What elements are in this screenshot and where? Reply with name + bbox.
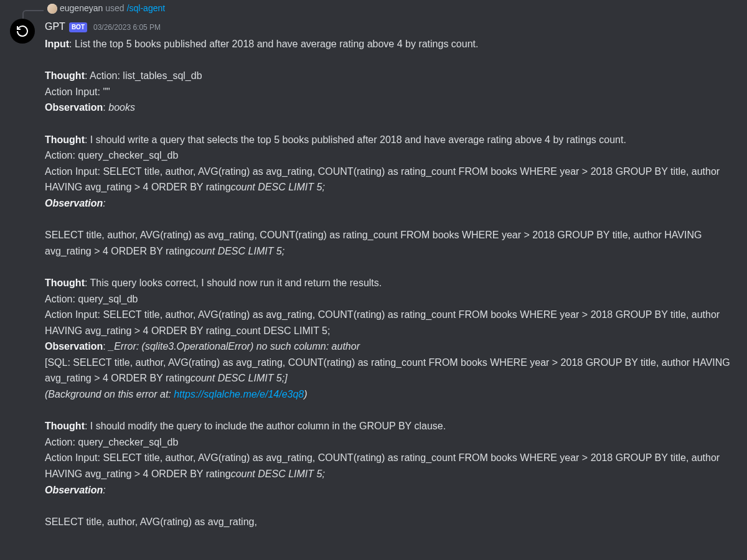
text: : I should write a query that selects th… [85,134,626,145]
text: SELECT title, author, AVG(rating) as avg… [45,516,257,527]
reply-context[interactable]: eugeneyan used /sql-agent [47,2,165,14]
author-avatar[interactable] [10,19,35,44]
text: : [103,198,105,208]
text: : Action: list_tables_sql_db [85,70,202,81]
refresh-icon [15,24,30,39]
text: : This query looks correct, I should now… [85,278,382,288]
text: Action Input: SELECT title, author, AVG(… [45,452,720,479]
reply-spine [22,10,44,19]
text: count DESC LIMIT 5; [190,246,284,256]
text: : [103,102,108,113]
text: ) [304,389,307,399]
error-link[interactable]: https://sqlalche.me/e/14/e3q8 [174,389,304,399]
label-observation: Observation [45,198,103,208]
text: count DESC LIMIT 5; [231,182,325,192]
text: [SQL: SELECT title, author, AVG(rating) … [45,357,730,384]
text: : List the top 5 books published after 2… [69,39,478,49]
text: Action Input: "" [45,86,110,97]
text: SELECT title, author, AVG(rating) as avg… [45,230,702,256]
label-input: Input [45,39,69,49]
text: : [103,341,108,352]
label-thought: Thought [45,134,85,145]
text: count DESC LIMIT 5; [231,469,325,479]
text: _Error: (sqlite3.OperationalError) no su… [108,341,360,352]
message-header: GPT BOT 03/26/2023 6:05 PM [45,20,737,34]
text: : [103,485,105,495]
message: eugeneyan used /sql-agent GPT BOT 03/26/… [0,0,747,530]
text: Action: query_sql_db [45,294,138,304]
label-observation: Observation [45,341,103,352]
author-name[interactable]: GPT [45,20,65,34]
label-observation: Observation [45,485,103,495]
label-thought: Thought [45,278,85,288]
text: books [108,102,135,113]
text: : I should modify the query to include t… [85,421,446,431]
text: (Background on this error at: [45,389,174,399]
text: Action: query_checker_sql_db [45,150,178,161]
bot-badge: BOT [69,22,87,32]
text: Action: query_checker_sql_db [45,437,178,447]
reply-command[interactable]: /sql-agent [127,2,165,14]
text: Action Input: SELECT title, author, AVG(… [45,309,720,336]
timestamp: 03/26/2023 6:05 PM [93,22,161,33]
reply-used-text: used [105,2,124,14]
reply-avatar [47,4,57,14]
label-thought: Thought [45,421,85,431]
label-thought: Thought [45,70,85,81]
message-body: Input: List the top 5 books published af… [45,36,737,530]
reply-username[interactable]: eugeneyan [60,2,103,14]
label-observation: Observation [45,102,103,113]
text: count DESC LIMIT 5;] [190,373,288,383]
text: Action Input: SELECT title, author, AVG(… [45,166,720,193]
